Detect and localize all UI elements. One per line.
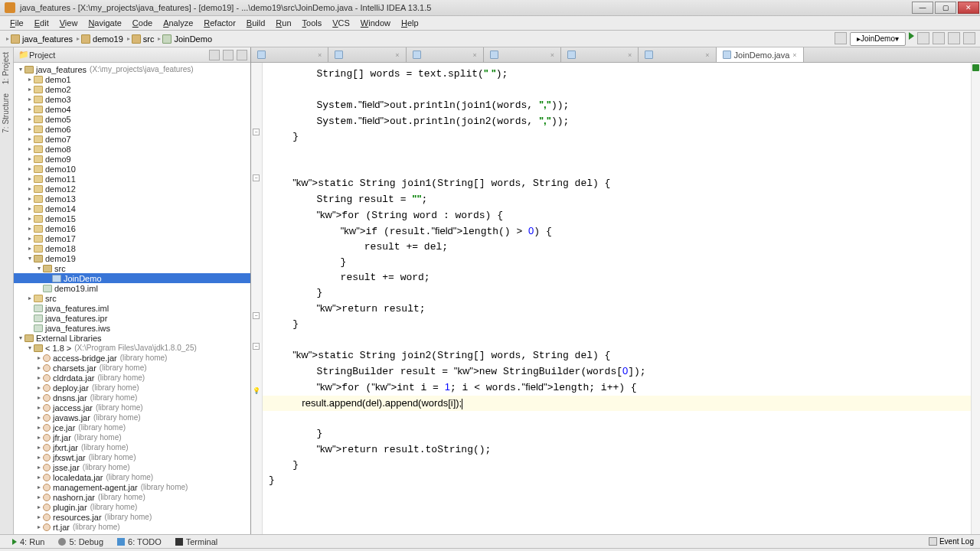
tree-item[interactable]: demo19.iml [14,283,250,293]
tree-item[interactable]: java_features.ipr [14,313,250,323]
bottom-tab-run[interactable]: 4: Run [6,536,51,547]
tree-item[interactable]: ▸deploy.jar(library home) [14,383,250,393]
toolbar-icon[interactable] [963,32,975,44]
tree-item[interactable]: ▸demo3 [14,94,250,104]
tree-item[interactable]: ▸demo8 [14,144,250,154]
menu-file[interactable]: File [5,17,29,29]
toolbar-icon[interactable] [948,32,960,44]
editor-tab[interactable]: × [407,47,484,62]
event-log-button[interactable]: Event Log [929,537,980,546]
tree-item[interactable]: ▸demo12 [14,184,250,194]
tree-item[interactable]: JoinDemo [14,273,250,283]
editor-tab[interactable]: × [484,47,561,62]
tree-item[interactable]: ▸jfxswt.jar(library home) [14,452,250,462]
code-editor[interactable]: String[] words = text.split(" "); System… [263,63,971,534]
tool-tab-structure[interactable]: 7: Structure [0,89,11,138]
tool-tab-project[interactable]: 1: Project [0,47,11,89]
menu-view[interactable]: View [54,17,83,29]
tree-item[interactable]: ▾< 1.8 >(X:\Program Files\Java\jdk1.8.0_… [14,343,250,353]
tree-item[interactable]: ▸javaws.jar(library home) [14,412,250,422]
tree-item[interactable]: ▸jce.jar(library home) [14,422,250,432]
tree-item[interactable]: ▸demo11 [14,174,250,184]
breadcrumb-item[interactable]: ▸demo19 [75,34,123,44]
menu-edit[interactable]: Edit [29,17,54,29]
tree-item[interactable]: ▸jfxrt.jar(library home) [14,442,250,452]
editor-tab[interactable]: × [328,47,406,62]
maximize-button[interactable]: ▢ [935,2,956,14]
close-tab-icon[interactable]: × [395,51,399,59]
menu-window[interactable]: Window [355,17,396,29]
menu-analyze[interactable]: Analyze [158,17,198,29]
close-tab-icon[interactable]: × [792,51,796,59]
close-tab-icon[interactable]: × [550,51,554,59]
toolbar-action-icon[interactable] [835,32,847,44]
error-stripe[interactable] [971,63,980,534]
tree-item[interactable]: ▸cldrdata.jar(library home) [14,373,250,383]
project-tree[interactable]: ▾java_features(X:\my_projects\java_featu… [14,63,250,534]
tree-item[interactable]: ▾External Libraries [14,333,250,343]
tree-item[interactable]: ▸nashorn.jar(library home) [14,492,250,502]
tree-item[interactable]: ▸demo14 [14,204,250,214]
toolbar-icon[interactable] [933,32,945,44]
tree-item[interactable]: ▸demo7 [14,134,250,144]
panel-tool-icon[interactable] [209,50,220,60]
menu-vcs[interactable]: VCS [327,17,355,29]
editor-gutter[interactable]: − − − − 💡 [251,63,263,534]
tree-item[interactable]: ▸management-agent.jar(library home) [14,482,250,492]
tree-item[interactable]: java_features.iws [14,323,250,333]
tree-item[interactable]: ▸demo1 [14,74,250,84]
debug-button[interactable] [917,32,929,44]
tree-item[interactable]: ▸demo18 [14,243,250,253]
tree-item[interactable]: ▸charsets.jar(library home) [14,363,250,373]
tree-item[interactable]: ▸jaccess.jar(library home) [14,403,250,412]
panel-tool-icon[interactable] [223,50,234,60]
tree-item[interactable]: ▾demo19 [14,253,250,263]
breadcrumb-item[interactable]: ▸JoinDemo [156,34,212,44]
tree-item[interactable]: ▸demo5 [14,114,250,124]
panel-gear-icon[interactable] [237,50,247,60]
editor-tab[interactable]: × [561,47,639,62]
tree-item[interactable]: ▸access-bridge.jar(library home) [14,353,250,363]
tree-item[interactable]: ▸demo17 [14,233,250,243]
close-tab-icon[interactable]: × [318,51,322,59]
tree-item[interactable]: ▸demo16 [14,223,250,233]
bottom-tab-terminal[interactable]: Terminal [169,536,224,547]
menu-build[interactable]: Build [241,17,270,29]
menu-run[interactable]: Run [270,17,296,29]
tree-item[interactable]: ▸demo9 [14,154,250,164]
bottom-tab-debug[interactable]: 5: Debug [52,536,109,547]
tree-item[interactable]: ▸demo6 [14,124,250,134]
tree-item[interactable]: ▸dnsns.jar(library home) [14,393,250,403]
menu-code[interactable]: Code [127,17,158,29]
menu-help[interactable]: Help [396,17,424,29]
menu-navigate[interactable]: Navigate [83,17,126,29]
tree-item[interactable]: java_features.iml [14,303,250,313]
menu-refactor[interactable]: Refactor [198,17,241,29]
tree-item[interactable]: ▸demo10 [14,164,250,174]
tree-item[interactable]: ▸demo13 [14,194,250,204]
breadcrumb-item[interactable]: ▸java_features [5,34,73,44]
tree-item[interactable]: ▸demo15 [14,214,250,223]
editor-tab-active[interactable]: JoinDemo.java× [717,47,804,62]
tree-item[interactable]: ▸demo4 [14,104,250,114]
tree-item[interactable]: ▸jsse.jar(library home) [14,462,250,472]
editor-tab[interactable]: × [251,47,328,62]
tree-item[interactable]: ▸plugin.jar(library home) [14,502,250,512]
menu-tools[interactable]: Tools [297,17,328,29]
tree-item[interactable]: ▸resources.jar(library home) [14,512,250,522]
run-config-combo[interactable]: ▸ JoinDemo ▾ [850,32,906,46]
tree-item[interactable]: ▸demo2 [14,84,250,94]
editor-tab[interactable]: × [639,47,716,62]
minimize-button[interactable]: — [912,2,933,14]
close-tab-icon[interactable]: × [628,51,632,59]
tree-item[interactable]: ▸jfr.jar(library home) [14,432,250,442]
tree-item[interactable]: ▸localedata.jar(library home) [14,472,250,482]
breadcrumb-item[interactable]: ▸src [126,34,155,44]
tree-item[interactable]: ▾java_features(X:\my_projects\java_featu… [14,64,250,74]
tree-item[interactable]: ▾src [14,263,250,273]
run-button-icon[interactable] [909,32,914,40]
close-tab-icon[interactable]: × [705,51,709,59]
tree-item[interactable]: ▸rt.jar(library home) [14,522,250,532]
tree-item[interactable]: ▸src [14,293,250,303]
close-tab-icon[interactable]: × [473,51,477,59]
